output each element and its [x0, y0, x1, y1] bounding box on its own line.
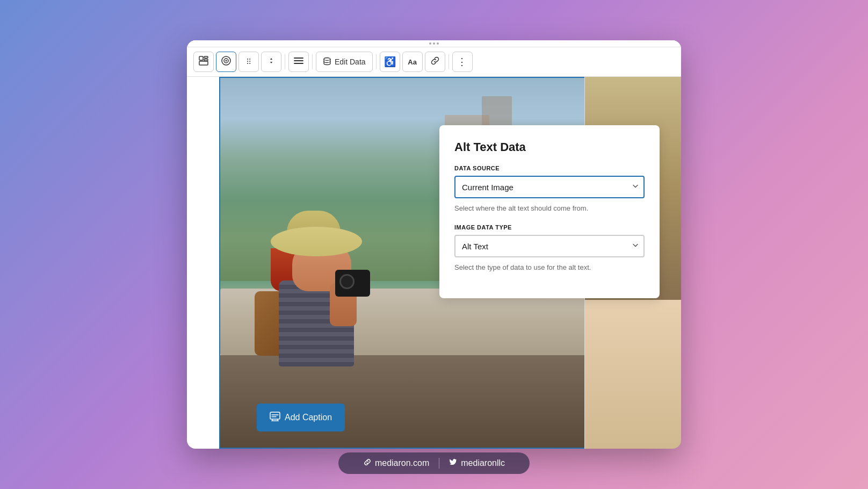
content-area: Add Caption Alt Text Data DATA SOURCE Cu… — [187, 77, 681, 449]
image-data-type-select[interactable]: Alt Text Caption Description Title — [454, 235, 645, 257]
drag-icon: ⠿ — [246, 57, 252, 66]
footer-inner: mediaron.com mediaronllc — [338, 452, 530, 474]
image-data-type-wrapper: Alt Text Caption Description Title — [454, 235, 645, 257]
data-source-wrapper: Current Image Custom Text None — [454, 176, 645, 198]
editor-window: ⠿ — [187, 40, 681, 449]
database-icon — [323, 57, 331, 67]
svg-point-10 — [324, 57, 330, 60]
ground — [220, 355, 594, 448]
hat-brim — [271, 227, 362, 256]
link-button[interactable] — [425, 52, 445, 72]
svg-rect-1 — [204, 56, 208, 58]
accessibility-button[interactable]: ♿ — [380, 52, 400, 72]
image-data-type-label: IMAGE DATA TYPE — [454, 224, 645, 231]
camera-icon — [221, 55, 232, 68]
data-source-select[interactable]: Current Image Custom Text None — [454, 176, 645, 198]
expand-icon — [267, 56, 276, 67]
drag-button[interactable]: ⠿ — [238, 52, 259, 72]
more-button[interactable]: ⋮ — [452, 52, 473, 72]
footer-link-2[interactable]: mediaronllc — [439, 458, 515, 469]
add-caption-button[interactable]: Add Caption — [257, 404, 345, 432]
person-group — [265, 227, 384, 366]
alt-text-panel: Alt Text Data DATA SOURCE Current Image … — [439, 125, 660, 298]
footer-link-icon-1 — [363, 458, 372, 469]
scroll-indicator — [187, 40, 681, 47]
add-caption-label: Add Caption — [285, 413, 332, 422]
data-source-hint: Select where the alt text should come fr… — [454, 204, 645, 213]
svg-rect-3 — [199, 61, 208, 65]
camera-button[interactable] — [216, 52, 236, 72]
footer-link-1[interactable]: mediaron.com — [353, 458, 439, 469]
svg-rect-0 — [199, 56, 203, 60]
footer-link-text-1: mediaron.com — [375, 458, 429, 468]
footer-link-text-2: mediaronllc — [461, 458, 505, 468]
toolbar: ⠿ — [187, 47, 681, 77]
panel-title: Alt Text Data — [454, 140, 645, 154]
camera-lens — [339, 274, 355, 289]
svg-rect-11 — [270, 412, 280, 419]
expand-button[interactable] — [261, 52, 281, 72]
more-icon: ⋮ — [457, 56, 467, 68]
footer: mediaron.com mediaronllc — [0, 452, 868, 474]
separator-4 — [449, 54, 449, 69]
align-button[interactable] — [288, 52, 309, 72]
link-icon — [430, 56, 440, 68]
separator-2 — [312, 54, 313, 69]
font-icon: Aa — [408, 58, 417, 66]
font-button[interactable]: Aa — [402, 52, 423, 72]
svg-rect-2 — [204, 59, 208, 61]
camera — [335, 270, 370, 297]
layout-button[interactable] — [193, 52, 214, 72]
edit-data-label: Edit Data — [335, 57, 366, 66]
align-icon — [294, 57, 303, 67]
data-source-label: DATA SOURCE — [454, 165, 645, 171]
footer-link-icon-2 — [449, 458, 458, 469]
layout-icon — [199, 56, 208, 68]
separator-1 — [285, 54, 285, 69]
svg-point-6 — [226, 60, 227, 62]
caption-icon — [270, 411, 280, 424]
accessibility-icon: ♿ — [384, 56, 396, 68]
image-data-type-hint: Select the type of data to use for the a… — [454, 263, 645, 272]
separator-3 — [376, 54, 377, 69]
edit-data-button[interactable]: Edit Data — [316, 52, 373, 72]
